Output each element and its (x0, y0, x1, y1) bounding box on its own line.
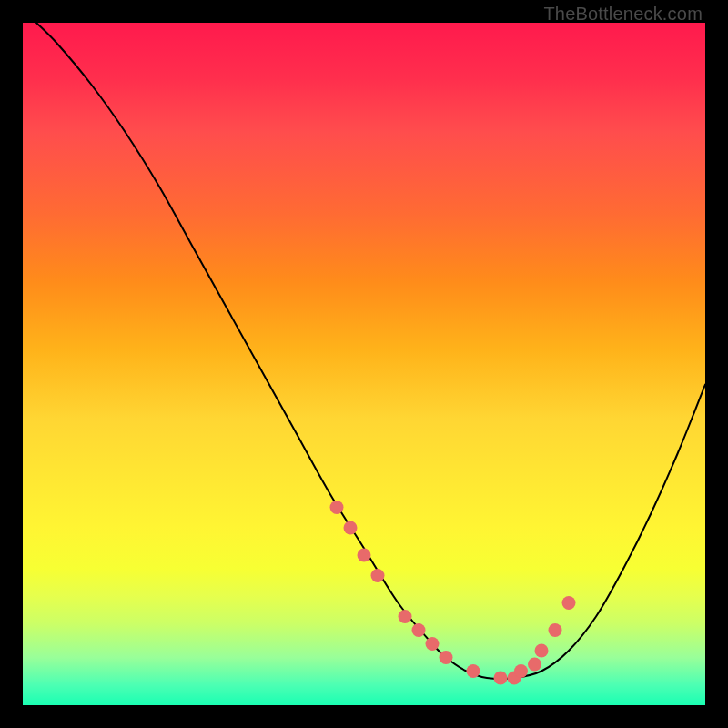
highlight-dot (371, 569, 385, 582)
highlight-dot (535, 644, 549, 658)
watermark-text: TheBottleneck.com (543, 4, 703, 25)
highlight-dot (426, 637, 440, 651)
highlight-dot (330, 500, 344, 514)
highlight-dot (562, 596, 576, 610)
chart-container: TheBottleneck.com (0, 0, 728, 728)
highlight-dot (549, 623, 562, 637)
highlight-dot (412, 623, 426, 637)
highlight-dot (344, 521, 358, 535)
highlight-dot (358, 549, 371, 562)
highlight-dot (440, 651, 453, 664)
highlight-dot (467, 664, 480, 678)
highlight-dot (528, 658, 541, 672)
highlight-dot (494, 672, 508, 685)
highlight-dot (399, 610, 412, 623)
bottleneck-curve (36, 23, 705, 679)
highlight-dots-group (330, 500, 576, 685)
highlight-dot (514, 664, 528, 678)
chart-svg (23, 23, 705, 705)
